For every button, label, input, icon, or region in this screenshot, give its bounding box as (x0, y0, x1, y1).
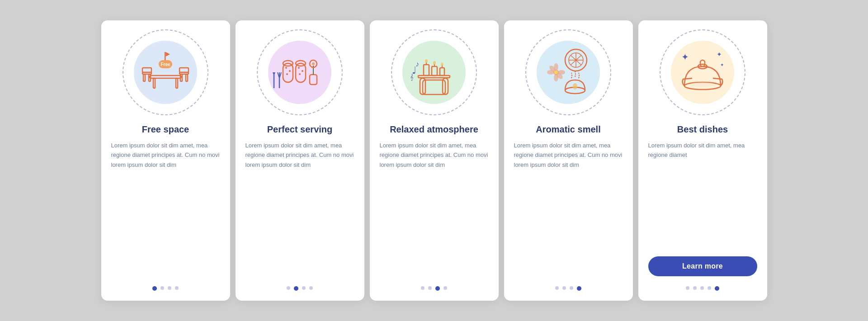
best-dishes-icon: ✦ ✦ ✦ (673, 43, 732, 102)
dot-1 (152, 286, 157, 291)
dot-3 (435, 286, 440, 291)
svg-rect-2 (176, 78, 178, 88)
dot-4 (708, 286, 711, 290)
dot-1 (555, 286, 559, 290)
svg-point-22 (298, 67, 300, 69)
card-best-dishes: ✦ ✦ ✦ Best dishes Lorem ipsum dolor sit … (638, 20, 767, 301)
dot-1 (686, 286, 689, 290)
dot-4 (309, 286, 313, 290)
dots-aromatic-smell (555, 286, 581, 291)
svg-point-17 (285, 67, 287, 69)
dot-4 (175, 286, 179, 290)
svg-point-24 (299, 73, 301, 75)
svg-point-72 (690, 82, 715, 87)
dot-2 (693, 286, 697, 290)
svg-point-18 (289, 70, 291, 72)
dot-3 (700, 286, 704, 290)
svg-rect-44 (423, 80, 445, 94)
svg-rect-71 (700, 60, 705, 66)
svg-text:♪: ♪ (415, 60, 419, 68)
card-relaxed-atmosphere: ♩ ♪ 𝄞 Relaxed atmosphere Lorem ipsum dol… (370, 20, 499, 301)
perfect-serving-icon (270, 43, 329, 102)
cards-container: Free Free space Lorem ipsum dolor sit di… (0, 9, 868, 312)
card-perfect-serving: Perfect serving Lorem ipsum dolor sit di… (236, 20, 364, 301)
icon-area-aromatic-smell (525, 29, 611, 115)
dot-4 (577, 286, 581, 291)
icon-area-best-dishes: ✦ ✦ ✦ (660, 29, 745, 115)
dots-free-space (152, 286, 179, 291)
card-text-perfect-serving: Lorem ipsum dolor sit dim amet, mea regi… (245, 141, 354, 278)
svg-rect-25 (310, 75, 317, 85)
svg-text:Free: Free (160, 62, 170, 67)
svg-rect-38 (432, 66, 437, 76)
dot-1 (421, 286, 425, 290)
svg-rect-6 (142, 68, 151, 72)
icon-area-free-space: Free (123, 29, 208, 115)
svg-rect-35 (424, 65, 429, 76)
dots-perfect-serving (287, 286, 313, 291)
dot-3 (570, 286, 573, 290)
dot-5 (715, 286, 719, 291)
svg-marker-14 (166, 52, 170, 57)
card-aromatic-smell: Aromatic smell Lorem ipsum dolor sit dim… (504, 20, 633, 301)
card-title-best-dishes: Best dishes (677, 123, 728, 135)
card-text-best-dishes: Lorem ipsum dolor sit dim amet, mea regi… (648, 141, 757, 250)
svg-rect-9 (186, 74, 188, 81)
dot-4 (443, 286, 447, 290)
svg-point-43 (441, 63, 443, 66)
svg-text:✦: ✦ (720, 62, 724, 67)
relaxed-atmosphere-icon: ♩ ♪ 𝄞 (405, 43, 463, 102)
dot-3 (302, 286, 306, 290)
dots-relaxed-atmosphere (421, 286, 447, 291)
card-text-aromatic-smell: Lorem ipsum dolor sit dim amet, mea regi… (514, 141, 623, 278)
card-title-free-space: Free space (142, 123, 189, 135)
aromatic-smell-icon (539, 43, 598, 102)
free-space-icon: Free (136, 43, 195, 102)
card-title-aromatic-smell: Aromatic smell (536, 123, 600, 135)
svg-text:✦: ✦ (717, 51, 722, 58)
svg-point-37 (425, 59, 428, 63)
dot-2 (428, 286, 432, 290)
card-title-relaxed-atmosphere: Relaxed atmosphere (390, 123, 478, 135)
svg-point-23 (302, 70, 303, 72)
svg-point-40 (433, 61, 436, 65)
card-title-perfect-serving: Perfect serving (267, 123, 333, 135)
svg-rect-41 (440, 68, 444, 76)
learn-more-button[interactable]: Learn more (648, 256, 757, 276)
dot-2 (294, 286, 298, 291)
svg-rect-13 (165, 52, 166, 60)
svg-rect-10 (179, 68, 189, 72)
dot-1 (287, 286, 290, 290)
svg-text:✦: ✦ (681, 52, 689, 62)
svg-point-65 (573, 83, 577, 90)
svg-point-63 (554, 71, 558, 74)
dot-2 (562, 286, 566, 290)
icon-area-relaxed-atmosphere: ♩ ♪ 𝄞 (391, 29, 477, 115)
card-text-free-space: Lorem ipsum dolor sit dim amet, mea regi… (111, 141, 220, 278)
dot-2 (160, 286, 164, 290)
svg-rect-4 (143, 74, 145, 81)
card-text-relaxed-atmosphere: Lorem ipsum dolor sit dim amet, mea regi… (380, 141, 489, 278)
card-free-space: Free Free space Lorem ipsum dolor sit di… (101, 20, 230, 301)
svg-point-28 (312, 62, 315, 65)
svg-point-19 (286, 73, 288, 75)
dot-3 (168, 286, 171, 290)
svg-text:𝄞: 𝄞 (410, 74, 414, 81)
icon-area-perfect-serving (257, 29, 343, 115)
dots-best-dishes (686, 286, 719, 291)
svg-rect-1 (153, 78, 155, 88)
